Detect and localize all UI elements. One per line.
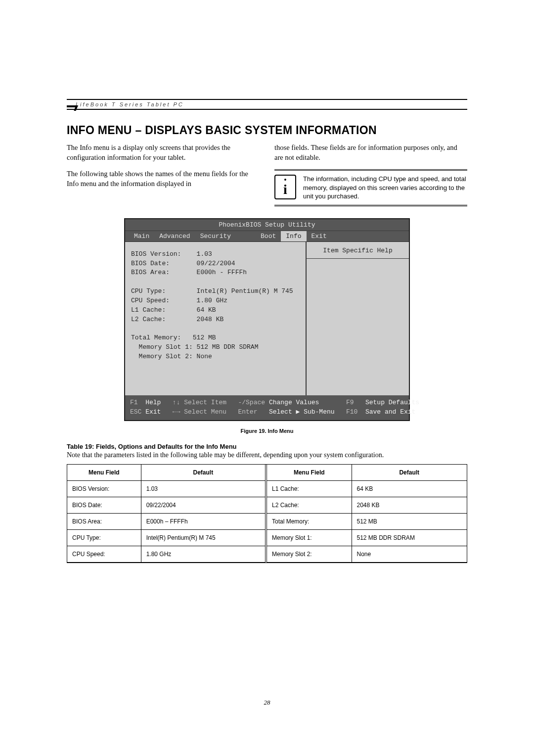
fields-table: Menu Field Default BIOS Version:1.03 BIO… — [67, 464, 467, 563]
table-cell: 2048 KB — [352, 497, 467, 513]
table-cell: 64 KB — [352, 480, 467, 497]
page-number: 28 — [0, 699, 534, 707]
bios-title: PhoenixBIOS Setup Utility — [125, 219, 409, 231]
header-band: LifeBook T Series Tablet PC — [67, 99, 467, 110]
table-cell: BIOS Date: — [67, 497, 141, 513]
svg-marker-0 — [67, 99, 81, 111]
bios-footer: F1 Help ↑↓ Select Item -/Space Change Va… — [125, 395, 409, 420]
table-note: Note that the parameters listed in the f… — [67, 451, 467, 459]
bios-tab-advanced: Advanced — [154, 231, 195, 241]
intro-para-3: those fields. These fields are for infor… — [274, 143, 467, 162]
intro-para-2: The following table shows the names of t… — [67, 169, 260, 189]
bios-help-panel: Item Specific Help — [306, 242, 409, 395]
intro-para-1: The Info menu is a display only screens … — [67, 143, 260, 162]
table-cell: 1.03 — [141, 480, 266, 497]
table-cell: 1.80 GHz — [141, 546, 266, 562]
product-line: LifeBook T Series Tablet PC — [67, 100, 467, 109]
table-cell: CPU Type: — [67, 529, 141, 546]
table-cell: BIOS Version: — [67, 480, 141, 497]
bios-tab-security: Security — [195, 231, 236, 241]
bios-tab-main: Main — [129, 231, 154, 241]
page-title: INFO MENU – DISPLAYS BASIC SYSTEM INFORM… — [67, 124, 467, 137]
th-default: Default — [141, 465, 266, 481]
callout-text: The information, including CPU type and … — [303, 175, 467, 201]
bios-tab-info: Info — [281, 231, 306, 241]
table-cell: CPU Speed: — [67, 546, 141, 562]
table-cell: 09/22/2004 — [141, 497, 266, 513]
table-cell: BIOS Area: — [67, 513, 141, 529]
th-default: Default — [352, 465, 467, 481]
table-cell: L2 Cache: — [267, 497, 352, 513]
table-cell: L1 Cache: — [267, 480, 352, 497]
bios-tab-exit: Exit — [307, 231, 332, 241]
table-title: Table 19: Fields, Options and Defaults f… — [67, 443, 467, 450]
th-menu-field: Menu Field — [67, 465, 141, 481]
table-cell: Memory Slot 2: — [267, 546, 352, 562]
bios-screenshot: PhoenixBIOS Setup Utility Main Advanced … — [124, 218, 410, 421]
bios-help-title: Item Specific Help — [310, 247, 406, 254]
bios-tab-boot: Boot — [256, 231, 281, 241]
table-cell: 512 MB — [352, 513, 467, 529]
table-cell: Total Memory: — [267, 513, 352, 529]
th-menu-field: Menu Field — [267, 465, 352, 481]
table-cell: E000h – FFFFh — [141, 513, 266, 529]
table-cell: 512 MB DDR SDRAM — [352, 529, 467, 546]
info-icon: i — [274, 175, 296, 199]
bios-fields: BIOS Version: 1.03 BIOS Date: 09/22/2004… — [125, 242, 306, 395]
header-notch-icon — [67, 99, 81, 111]
figure-caption: Figure 19. Info Menu — [67, 428, 467, 434]
table-cell: Intel(R) Pentium(R) M 745 — [141, 529, 266, 546]
bios-tab-bar: Main Advanced Security Boot Info Exit — [125, 231, 409, 242]
table-cell: None — [352, 546, 467, 562]
table-cell: Memory Slot 1: — [267, 529, 352, 546]
info-callout: i The information, including CPU type an… — [274, 169, 467, 206]
